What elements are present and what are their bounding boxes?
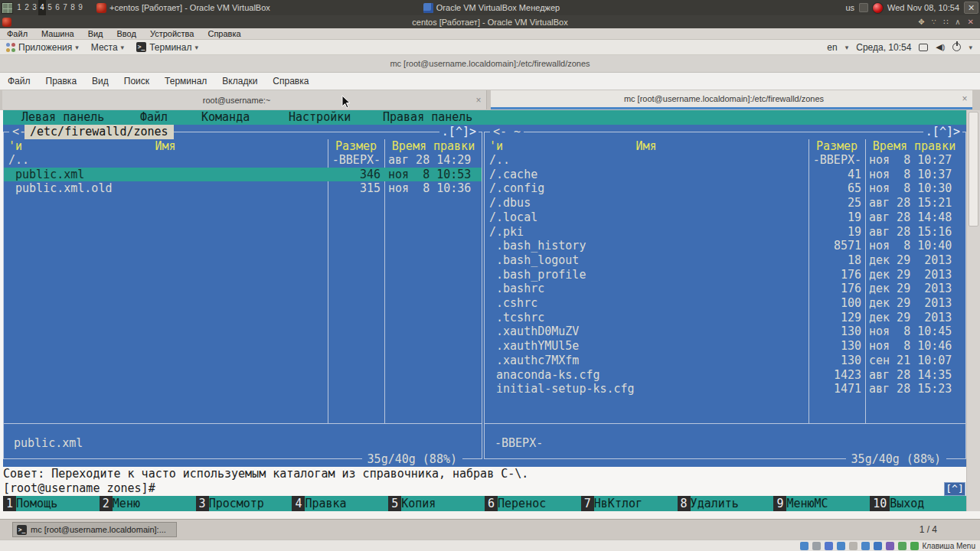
file-row-.cache[interactable]: /.cache41ноя 8 10:37 (485, 168, 965, 182)
fkey-6-Перенос[interactable]: 6Перенос (485, 496, 581, 511)
column-header-name[interactable]: Имя (3, 139, 328, 154)
file-row-.local[interactable]: /.local19авг 28 14:48 (485, 210, 965, 225)
file-row-public.xml.old[interactable]: public.xml.old315ноя 8 10:36 (4, 181, 482, 196)
terminal-menu-Справка[interactable]: Справка (265, 76, 316, 86)
fkey-2-Меню[interactable]: 2Меню (100, 496, 196, 511)
vm-window-button-4-icon[interactable]: ∧ (955, 18, 960, 26)
mc-menu-Левая панель[interactable]: Левая панель (21, 110, 104, 125)
terminal-menu-Вкладки[interactable]: Вкладки (214, 76, 265, 86)
keyboard-layout-indicator[interactable]: us (845, 3, 854, 12)
hdd-icon[interactable] (800, 542, 808, 550)
workspace-4[interactable]: 4 (38, 0, 46, 15)
file-row-.bash_profile[interactable]: .bash_profile176дек 29 2013 (485, 268, 965, 282)
terminal-menu-Вид[interactable]: Вид (84, 76, 116, 86)
file-row-..[interactable]: /..-ВВЕРХ-авг 28 14:29 (4, 153, 482, 168)
panel-path[interactable]: /etc/firewalld/zones (24, 125, 174, 139)
network-icon[interactable] (825, 542, 833, 550)
fkey-4-Правка[interactable]: 4Правка (292, 496, 388, 511)
terminal-tab-shell[interactable]: root@username:~ × (2, 90, 487, 109)
workspace-7[interactable]: 7 (61, 0, 69, 15)
file-row-.xauthYMUl5e[interactable]: .xauthYMUl5e130ноя 8 10:46 (485, 339, 965, 354)
column-header-time[interactable]: Время правки (865, 139, 963, 154)
terminal-menu-Терминал[interactable]: Терминал (157, 76, 214, 86)
column-header-size[interactable]: Размер (328, 139, 384, 154)
panel-history-marker[interactable]: <- ~ (490, 125, 524, 139)
host-clock[interactable]: Wed Nov 08, 10:54 (887, 3, 959, 12)
terminal-menu-Файл[interactable]: Файл (0, 76, 38, 86)
panel-corner-controls[interactable]: .[^]> (439, 125, 479, 139)
hostkey-indicator[interactable]: Клавиша Menu (923, 542, 976, 550)
shell-prompt[interactable]: [root@username zones]# (3, 481, 966, 496)
applications-menu[interactable]: Приложения ▾ (0, 40, 85, 55)
tab-close-icon[interactable]: × (957, 93, 972, 104)
mouse-integration-icon[interactable] (910, 542, 919, 550)
active-app-menu[interactable]: >_ Терминал ▾ (130, 40, 204, 55)
usb-icon[interactable] (886, 542, 894, 550)
file-row-..[interactable]: /..-ВВЕРХ-ноя 8 10:27 (485, 153, 965, 168)
vb-menu-Вид[interactable]: Вид (81, 29, 110, 38)
file-row-.bashrc[interactable]: .bashrc176дек 29 2013 (485, 282, 965, 296)
fkey-10-Выход[interactable]: 10Выход (870, 496, 966, 511)
guest-taskbar-item-mc[interactable]: >_ mc [root@username.localdomain]:... (12, 522, 177, 537)
mc-menu-Настройки[interactable]: Настройки (289, 110, 351, 125)
guest-keyboard-layout[interactable]: en (827, 42, 837, 53)
power-icon[interactable] (952, 43, 961, 51)
fkey-7-НвКтлог[interactable]: 7НвКтлог (581, 496, 678, 511)
vm-window-titlebar[interactable]: centos [Работает] - Oracle VM VirtualBox… (0, 15, 980, 28)
column-header-time[interactable]: Время правки (384, 139, 482, 154)
workspace-2[interactable]: 2 (23, 0, 31, 15)
file-row-.pki[interactable]: /.pki19авг 28 15:16 (485, 225, 965, 240)
taskbar-item-centos-vm[interactable]: +centos [Работает] - Oracle VM VirtualBo… (92, 0, 275, 15)
workspace-8[interactable]: 8 (69, 0, 77, 15)
file-row-public.xml[interactable]: public.xml346ноя 8 10:53 (4, 168, 482, 182)
cd-icon[interactable] (812, 542, 821, 550)
column-header-size[interactable]: Размер (808, 139, 865, 154)
workspace-9[interactable]: 9 (77, 0, 84, 15)
terminal-menu-Поиск[interactable]: Поиск (116, 76, 157, 86)
chevron-down-icon[interactable]: ▾ (969, 44, 972, 51)
guest-clock[interactable]: Среда, 10:54 (856, 42, 911, 53)
pen-icon[interactable] (837, 542, 845, 550)
panel-corner-controls[interactable]: .[^]> (923, 125, 962, 139)
workspace-3[interactable]: 3 (31, 0, 38, 15)
fkey-9-МенюМС[interactable]: 9МенюМС (773, 496, 870, 511)
guest-workspace-indicator[interactable]: 1 / 4 (920, 520, 937, 540)
workspace-5[interactable]: 5 (46, 0, 54, 15)
vm-status-orb-icon[interactable] (873, 3, 883, 13)
file-row-.bash_history[interactable]: .bash_history8571ноя 8 10:40 (485, 239, 965, 253)
fkey-1-Помощь[interactable]: 1Помощь (3, 496, 100, 511)
scrollback-badge[interactable]: [^] (944, 482, 965, 496)
column-header-name[interactable]: Имя (484, 139, 808, 154)
display-icon[interactable] (861, 542, 870, 550)
virtualbox-tray-icon[interactable] (859, 3, 868, 12)
file-row-.xauthc7MXfm[interactable]: .xauthc7MXfm130сен 21 10:07 (485, 354, 965, 368)
tab-close-icon[interactable]: × (471, 95, 486, 106)
vm-window-button-2-icon[interactable]: ∵ (932, 18, 936, 26)
places-menu[interactable]: Места ▾ (85, 40, 130, 55)
taskbar-item-vbox-manager[interactable]: Oracle VM VirtualBox Менеджер (419, 0, 564, 15)
file-row-anaconda-ks.cfg[interactable]: anaconda-ks.cfg1423авг 28 14:35 (485, 368, 965, 383)
terminal-scrollbar[interactable] (966, 110, 980, 511)
vb-menu-Файл[interactable]: Файл (0, 29, 34, 38)
file-row-.cshrc[interactable]: .cshrc100дек 29 2013 (485, 296, 965, 311)
file-row-.dbus[interactable]: /.dbus25авг 28 15:21 (485, 196, 965, 210)
file-row-.bash_logout[interactable]: .bash_logout18дек 29 2013 (485, 253, 965, 268)
file-row-initial-setup-ks.cfg[interactable]: initial-setup-ks.cfg1471авг 28 15:23 (485, 382, 965, 396)
audio-icon[interactable] (874, 542, 882, 550)
workspace-6[interactable]: 6 (54, 0, 61, 15)
vb-menu-Справка[interactable]: Справка (201, 29, 247, 38)
workspace-1[interactable]: 1 (15, 0, 23, 15)
close-icon[interactable]: ✕ (964, 2, 978, 14)
scrollbar-thumb[interactable] (969, 112, 978, 227)
vm-window-button-1-icon[interactable]: ✥ (918, 18, 924, 26)
volume-icon[interactable]: ◀⦆ (936, 42, 945, 52)
fkey-8-Удалить[interactable]: 8Удалить (678, 496, 774, 511)
mc-menu-Файл[interactable]: Файл (140, 110, 168, 125)
shared-folder-icon[interactable] (849, 542, 858, 550)
terminal-menu-Правка[interactable]: Правка (38, 76, 85, 86)
vm-window-button-5-icon[interactable]: ✕ (968, 18, 974, 26)
features-icon[interactable] (898, 542, 906, 550)
file-row-.tcshrc[interactable]: .tcshrc129дек 29 2013 (485, 311, 965, 325)
mc-menu-Команда[interactable]: Команда (201, 110, 250, 125)
fkey-5-Копия[interactable]: 5Копия (388, 496, 485, 511)
